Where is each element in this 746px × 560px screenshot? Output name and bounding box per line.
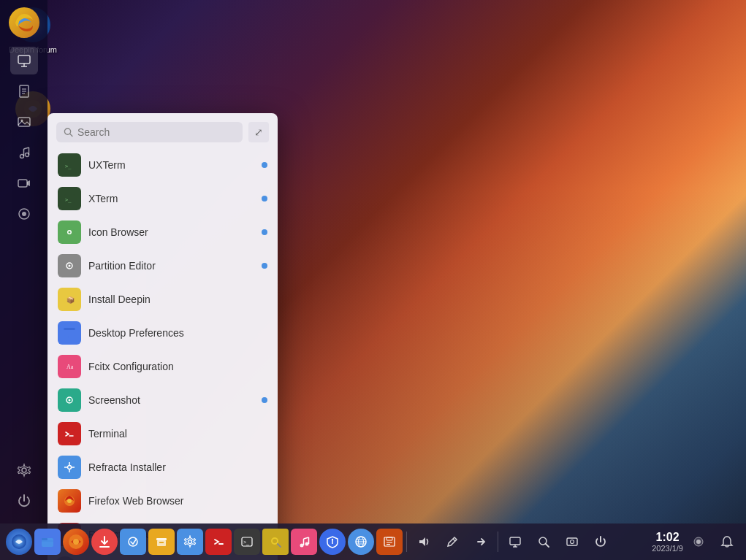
taskbar-settings[interactable] [177, 529, 203, 555]
svg-line-87 [453, 539, 455, 541]
app-item-partition-editor[interactable]: Partition Editor [52, 249, 273, 283]
app-icon-terminal [58, 422, 81, 445]
app-icon-xterm: >_ [58, 187, 81, 210]
svg-point-94 [571, 540, 574, 544]
svg-line-92 [546, 544, 549, 547]
expand-button[interactable]: ⤢ [248, 122, 269, 142]
taskbar-arrow[interactable] [468, 529, 494, 555]
app-icon-screenshot [58, 388, 81, 412]
app-item-xterm[interactable]: >_XTerm [52, 182, 273, 215]
svg-rect-93 [567, 538, 577, 545]
taskbar-files[interactable] [34, 529, 61, 555]
sidebar-cat-video[interactable] [10, 169, 38, 197]
app-item-uxterm[interactable]: >_UXTerm [52, 148, 273, 182]
taskbar-bitwarden[interactable] [319, 529, 346, 555]
app-dot-uxterm [262, 162, 267, 168]
svg-rect-16 [18, 180, 27, 187]
svg-point-42 [69, 399, 71, 402]
sidebar-cat-settings[interactable] [10, 456, 38, 484]
taskbar-installer[interactable] [120, 529, 146, 555]
svg-line-15 [23, 147, 28, 149]
svg-point-19 [22, 468, 26, 472]
app-icon-fcitx-config: Aa [58, 355, 81, 378]
svg-point-77 [332, 539, 333, 540]
app-icon-install-deepin: 📦 [58, 288, 81, 311]
app-item-desktop-preferences[interactable]: Desktop Preferences [52, 316, 273, 350]
taskbar-search[interactable] [530, 529, 557, 555]
taskbar-world[interactable] [348, 529, 374, 555]
svg-point-31 [69, 265, 71, 267]
clock-display: 1:02 2023/1/9 [652, 530, 683, 553]
app-icon-refracta-installer [58, 456, 81, 479]
app-name-terminal: Terminal [88, 428, 267, 440]
app-name-fcitx-config: Fcitx Configuration [88, 361, 267, 372]
svg-rect-35 [64, 328, 75, 330]
taskbar-download[interactable] [91, 529, 118, 555]
app-icon-firefox [58, 489, 81, 513]
svg-rect-56 [42, 538, 47, 540]
app-name-screenshot: Screenshot [88, 394, 254, 406]
svg-point-48 [67, 499, 72, 503]
app-item-icon-browser[interactable]: Icon Browser [52, 215, 273, 249]
app-item-install-deepin[interactable]: 📦Install Deepin [52, 283, 273, 316]
app-name-refracta-installer: Refracta Installer [88, 461, 267, 473]
svg-point-58 [73, 539, 79, 545]
app-dot-partition-editor [262, 263, 267, 269]
sidebar-cat-record[interactable] [10, 200, 38, 228]
search-input[interactable] [77, 126, 235, 138]
taskbar-tray-network[interactable] [685, 529, 712, 555]
app-list: >_UXTerm>_XTermIcon BrowserPartition Edi… [47, 148, 278, 551]
taskbar-volume[interactable] [411, 529, 437, 555]
search-box[interactable] [56, 122, 243, 142]
svg-text:Aa: Aa [66, 364, 74, 370]
app-item-fcitx-config[interactable]: AaFcitx Configuration [52, 350, 273, 383]
sidebar-logo[interactable] [9, 7, 39, 38]
sidebar-cat-image[interactable] [10, 108, 38, 136]
clock-area[interactable]: 1:02 2023/1/9 [652, 530, 683, 553]
taskbar-browser[interactable] [63, 529, 89, 555]
app-dot-icon-browser [262, 229, 267, 235]
sidebar-cat-music[interactable] [10, 139, 38, 166]
svg-text:>_: >_ [243, 540, 249, 545]
svg-rect-43 [64, 429, 75, 438]
taskbar-terminal-dark[interactable]: >_ [234, 529, 260, 555]
app-name-uxterm: UXTerm [88, 159, 254, 171]
taskbar-music[interactable] [291, 529, 317, 555]
sidebar-cat-power[interactable] [10, 487, 38, 515]
taskbar-terminal-red[interactable] [205, 529, 232, 555]
taskbar-archive2[interactable] [376, 529, 403, 555]
app-item-screenshot[interactable]: Screenshot [52, 383, 273, 417]
taskbar-display[interactable] [502, 529, 528, 555]
svg-point-28 [69, 231, 71, 234]
svg-line-75 [304, 537, 309, 539]
taskbar-pen[interactable] [439, 529, 465, 555]
app-icon-uxterm: >_ [58, 153, 81, 177]
launcher-header: ⤢ [47, 113, 278, 148]
app-item-refracta-installer[interactable]: Refracta Installer [52, 450, 273, 484]
svg-rect-61 [156, 538, 167, 540]
app-item-firefox[interactable]: Firefox Web Browser [52, 484, 273, 518]
taskbar-deepin[interactable] [6, 529, 32, 555]
app-dot-screenshot [262, 397, 267, 403]
svg-rect-2 [18, 55, 30, 64]
svg-rect-88 [510, 537, 520, 545]
taskbar-archive[interactable] [148, 529, 175, 555]
clock-date: 2023/1/9 [652, 544, 683, 553]
sidebar-cat-file[interactable] [10, 77, 38, 105]
app-item-terminal[interactable]: Terminal [52, 417, 273, 450]
taskbar: >_ [0, 523, 746, 560]
app-name-xterm: XTerm [88, 193, 254, 204]
taskbar-notification[interactable] [714, 529, 740, 555]
svg-point-69 [273, 539, 277, 543]
sidebar-cat-monitor[interactable] [10, 47, 38, 74]
taskbar-finder[interactable] [262, 529, 289, 555]
app-icon-partition-editor [58, 254, 81, 277]
svg-point-96 [696, 540, 701, 544]
svg-point-60 [129, 537, 137, 546]
clock-time: 1:02 [652, 530, 683, 544]
taskbar-power[interactable] [587, 529, 614, 555]
taskbar-separator-1 [406, 532, 407, 552]
app-name-desktop-preferences: Desktop Preferences [88, 327, 267, 339]
taskbar-screenshot[interactable] [559, 529, 585, 555]
svg-text:📦: 📦 [66, 296, 75, 304]
